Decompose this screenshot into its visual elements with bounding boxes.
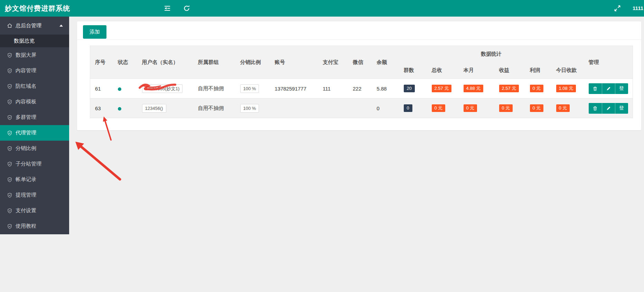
money-badge: 2.57 元 xyxy=(432,85,452,92)
app-title: 妙文馆付费进群系统 xyxy=(5,0,70,17)
col-header-username: 用户名（实名） xyxy=(137,46,193,79)
sidebar-item-label: 代理管理 xyxy=(16,130,36,136)
card-toolbar: 添加 xyxy=(77,21,641,40)
add-button[interactable]: 添加 xyxy=(83,25,106,39)
main-content: 添加 序号 状态 用户名（实名） 所属群组 xyxy=(69,17,644,292)
username-box[interactable]: 13855555(妙文1) xyxy=(142,84,183,93)
cell-alipay xyxy=(318,98,348,118)
cell-profit: 0 元 xyxy=(525,79,551,98)
shield-check-icon xyxy=(7,224,12,229)
money-badge: 0 元 xyxy=(432,104,446,112)
cell-profit: 0 元 xyxy=(525,98,551,118)
app-window: 妙文馆付费进群系统 1111 总后台管理 xyxy=(0,0,644,292)
shield-check-icon xyxy=(7,130,12,136)
col-group-header-stats: 数据统计 xyxy=(399,46,584,63)
shield-check-icon xyxy=(7,161,12,167)
sidebar-item-content-manage[interactable]: 内容管理 xyxy=(0,63,69,78)
sidebar-item-payment-settings[interactable]: 支付设置 xyxy=(0,203,69,218)
sidebar: 总后台管理 数据总览 数据大屏 内容管理 防红域名 内容模板 xyxy=(0,17,69,234)
group-count-badge: 20 xyxy=(404,85,415,92)
cell-total-income: 0 元 xyxy=(427,98,459,118)
col-header-month-income: 本月 xyxy=(459,62,494,79)
cell-balance: 5.88 xyxy=(372,79,399,98)
cell-earnings: 0 元 xyxy=(494,98,525,118)
sidebar-item-label: 支付设置 xyxy=(16,207,36,214)
cell-balance: 0 xyxy=(372,98,399,118)
col-header-status: 状态 xyxy=(113,46,137,79)
sidebar-item-data-screen[interactable]: 数据大屏 xyxy=(0,47,69,63)
sidebar-item-distribution-ratio[interactable]: 分销比例 xyxy=(0,141,69,156)
sidebar-item-admin-root[interactable]: 总后台管理 xyxy=(0,17,69,35)
shield-check-icon xyxy=(7,84,12,89)
sidebar-item-label: 帐单记录 xyxy=(16,176,36,183)
sidebar-item-antired-domain[interactable]: 防红域名 xyxy=(0,78,69,94)
shield-check-icon xyxy=(7,177,12,182)
shield-check-icon xyxy=(7,208,12,214)
fullscreen-icon[interactable] xyxy=(614,5,621,12)
trash-icon xyxy=(592,106,598,111)
cell-group: 自用不抽佣 xyxy=(193,98,235,118)
sidebar-item-label: 内容模板 xyxy=(16,98,36,105)
cell-seq: 61 xyxy=(90,79,113,98)
table-row: 63 123456() 自用不抽佣 100 % 0 0 0 元 0 元 xyxy=(90,98,633,118)
sidebar-item-data-overview[interactable]: 数据总览 xyxy=(0,35,69,47)
sidebar-item-label: 多群管理 xyxy=(16,114,36,121)
cell-month-income: 4.88 元 xyxy=(459,79,494,98)
cell-alipay: 111 xyxy=(318,79,348,98)
sidebar-collapse-icon[interactable] xyxy=(164,5,171,12)
col-header-ratio: 分销比例 xyxy=(235,46,270,79)
login-as-button[interactable]: 登 xyxy=(615,103,628,114)
refresh-icon[interactable] xyxy=(183,5,190,12)
col-header-seq: 序号 xyxy=(90,46,113,79)
money-badge: 4.88 元 xyxy=(464,85,484,92)
cell-ratio: 100 % xyxy=(235,79,270,98)
sidebar-item-label: 数据大屏 xyxy=(16,52,36,58)
agent-table: 序号 状态 用户名（实名） 所属群组 分销比例 账号 支付宝 微信 余额 数据统… xyxy=(90,46,633,118)
money-badge: 0 元 xyxy=(499,104,513,112)
login-as-button[interactable]: 登 xyxy=(615,83,628,94)
sidebar-item-label: 总后台管理 xyxy=(16,22,41,29)
cell-ratio: 100 % xyxy=(235,98,270,118)
col-header-balance: 余额 xyxy=(372,46,399,79)
cell-status xyxy=(113,98,137,118)
cell-wechat: 222 xyxy=(348,79,372,98)
cell-month-income: 0 元 xyxy=(459,98,494,118)
edit-button[interactable] xyxy=(602,103,615,114)
cell-username: 123456() xyxy=(137,98,193,118)
agent-table-card: 添加 序号 状态 用户名（实名） 所属群组 xyxy=(77,21,641,130)
money-badge: 0 元 xyxy=(556,104,570,112)
cell-status xyxy=(113,79,137,98)
money-badge: 0 元 xyxy=(530,85,544,92)
cell-manage: 登 xyxy=(584,79,633,98)
money-badge: 0 元 xyxy=(464,104,477,112)
cell-earnings: 2.57 元 xyxy=(494,79,525,98)
col-header-manage: 管理 xyxy=(584,46,633,79)
sidebar-item-multi-group[interactable]: 多群管理 xyxy=(0,110,69,125)
delete-button[interactable] xyxy=(589,83,602,94)
sidebar-item-agent-manage-active[interactable]: 代理管理 xyxy=(0,125,69,141)
edit-button[interactable] xyxy=(602,83,615,94)
sidebar-item-content-template[interactable]: 内容模板 xyxy=(0,94,69,110)
col-header-today-income: 今日收款 xyxy=(551,62,584,79)
col-header-profit: 利润 xyxy=(525,62,551,79)
sidebar-item-usage-tutorial[interactable]: 使用教程 xyxy=(0,218,69,234)
cell-seq: 63 xyxy=(90,98,113,118)
sidebar-item-substation-manage[interactable]: 子分站管理 xyxy=(0,156,69,172)
cell-account xyxy=(270,98,318,118)
sidebar-item-bill-records[interactable]: 帐单记录 xyxy=(0,172,69,187)
cell-manage: 登 xyxy=(584,98,633,118)
sidebar-item-label: 提现管理 xyxy=(16,192,36,198)
delete-button[interactable] xyxy=(589,103,602,114)
shield-check-icon xyxy=(7,53,12,58)
cell-group-count: 0 xyxy=(399,98,427,118)
username-box[interactable]: 123456() xyxy=(142,104,166,113)
ratio-box[interactable]: 100 % xyxy=(240,104,259,113)
group-count-badge: 0 xyxy=(404,104,412,112)
ratio-box[interactable]: 100 % xyxy=(240,84,259,93)
status-dot xyxy=(118,107,121,111)
status-dot xyxy=(118,87,121,91)
pencil-icon xyxy=(606,86,611,91)
header-username[interactable]: 1111 xyxy=(633,0,643,17)
sidebar-item-withdraw-manage[interactable]: 提现管理 xyxy=(0,187,69,203)
col-header-wechat: 微信 xyxy=(348,46,372,79)
